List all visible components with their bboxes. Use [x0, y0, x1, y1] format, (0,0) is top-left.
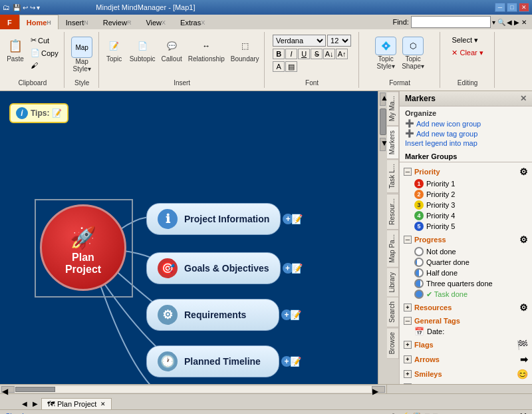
canvas[interactable]: ▲ ▼ i Tips: 📝 🚀 PlanProject [0, 91, 387, 384]
central-node-text: PlanProject [65, 252, 101, 276]
minimize-button[interactable]: ─ [495, 3, 505, 12]
central-node[interactable]: 🚀 PlanProject [40, 204, 126, 291]
arrows-group-header[interactable]: + Arrows ➡ [402, 353, 529, 366]
bold-button[interactable]: B [273, 49, 285, 59]
branch-requirements[interactable]: ⚙ Requirements + 📝 [146, 299, 279, 331]
tab-close-icon[interactable]: ✕ [100, 401, 106, 407]
flags-group-header[interactable]: + Flags 🏁 [402, 338, 529, 351]
callout-button[interactable]: 💬 Callout [160, 35, 184, 65]
side-tab-markers[interactable]: Markers [387, 126, 399, 159]
tab-review[interactable]: Review R [96, 15, 139, 29]
plan-project-tab[interactable]: 🗺 Plan Project ✕ [41, 398, 112, 409]
cut-button[interactable]: ✂ Cut [28, 35, 61, 46]
tab-next-button[interactable]: ▶ [31, 400, 40, 407]
half-done-item[interactable]: Half done [402, 268, 529, 278]
scroll-thumb-v[interactable] [380, 108, 386, 135]
resources-group-header[interactable]: + Resources ⚙ [402, 301, 529, 314]
select-button[interactable]: Select ▾ [449, 35, 485, 46]
find-input[interactable] [411, 16, 491, 28]
insert-legend-link[interactable]: Insert legend into map [405, 139, 527, 147]
topic-style-icon: 💠 [375, 37, 396, 55]
resources-group-name: Resources [414, 304, 452, 311]
horizontal-scrollbar[interactable]: ◀ ▶ [0, 385, 387, 393]
side-tab-search[interactable]: Search [387, 297, 399, 327]
markers-panel-title: Markers [405, 94, 436, 103]
priority-3-item[interactable]: 3 Priority 3 [402, 200, 529, 210]
boundary-label: Boundary [231, 55, 259, 63]
tab-view[interactable]: View X [138, 15, 173, 29]
font-family-select[interactable]: Verdana [273, 35, 326, 47]
tab-insert[interactable]: Insert N [59, 15, 96, 29]
topic-shape-button[interactable]: ⬡ TopicShape▾ [400, 35, 426, 72]
branch-timeline[interactable]: 🕐 Planned Timeline + 📝 [146, 345, 279, 377]
vertical-scrollbar[interactable]: ▲ ▼ [378, 91, 387, 384]
priority-group: ─ Priority ⚙ 1 Priority 1 2 Priority 2 3… [402, 165, 529, 232]
maximize-button[interactable]: □ [507, 3, 517, 12]
decrease-font-button[interactable]: A↓ [323, 49, 335, 59]
map-style-button[interactable]: Map MapStyle▾ [69, 35, 94, 75]
topic-button[interactable]: 📝 Topic [103, 35, 126, 65]
quarter-done-icon [414, 258, 424, 267]
italic-button[interactable]: I [285, 49, 297, 59]
branch-requirements-note[interactable]: 📝 [290, 310, 301, 320]
increase-font-button[interactable]: A↑ [336, 49, 348, 59]
side-tab-library[interactable]: Library [387, 268, 399, 298]
branch-goals-note[interactable]: 📝 [291, 263, 303, 274]
boundary-button[interactable]: ⬚ Boundary [229, 35, 261, 65]
progress-group-header[interactable]: ─ Progress ⚙ [402, 233, 529, 246]
task-done-item[interactable]: ✔ Task done [402, 289, 529, 300]
markers-panel-close[interactable]: ✕ [520, 94, 527, 103]
priority-2-item[interactable]: 2 Priority 2 [402, 189, 529, 200]
side-tab-resources[interactable]: Resour... [387, 194, 399, 230]
priority-4-item[interactable]: 4 Priority 4 [402, 210, 529, 221]
priority-group-header[interactable]: ─ Priority ⚙ [402, 165, 529, 178]
side-tab-tasks[interactable]: Task L... [387, 159, 399, 193]
close-button[interactable]: ✕ [519, 3, 529, 12]
clipboard-label: Clipboard [18, 79, 47, 87]
priority-1-item[interactable]: 1 Priority 1 [402, 178, 529, 189]
arrows-group-name: Arrows [414, 355, 440, 363]
font-content: Verdana 12 B I U S̶ A↓ A↑ [273, 33, 351, 72]
priority-5-item[interactable]: 5 Priority 5 [402, 221, 529, 232]
highlight-button[interactable]: ▤ [285, 61, 297, 72]
paste-button[interactable]: 📋 Paste [4, 35, 27, 65]
side-tab-mymap[interactable]: My Ma... [387, 91, 399, 126]
branch-goals[interactable]: 🎯 Goals & Objectives + 📝 [146, 252, 281, 284]
side-tab-mapparts[interactable]: Map Pa... [387, 230, 399, 268]
general-tags-group-header[interactable]: ─ General Tags [402, 315, 529, 326]
scroll-thumb-h[interactable] [15, 387, 55, 392]
date-item[interactable]: 📅 Date: [402, 326, 529, 337]
tab-prev-button[interactable]: ◀ [20, 400, 29, 407]
strikethrough-button[interactable]: S̶ [311, 49, 323, 59]
single-icons-group-header[interactable]: + Single Icons [402, 382, 529, 384]
map-style-label: MapStyle▾ [73, 58, 91, 73]
copy-button[interactable]: 📄 Copy [28, 47, 61, 59]
subtopic-button[interactable]: 📄 Subtopic [128, 35, 158, 65]
font-size-select[interactable]: 12 [327, 35, 351, 47]
relationship-button[interactable]: ↔ Relationship [186, 35, 227, 65]
tab-file[interactable]: F [0, 15, 19, 29]
not-done-item[interactable]: Not done [402, 246, 529, 257]
clear-button[interactable]: ✕ Clear ▾ [449, 47, 485, 59]
add-tag-group-link[interactable]: ➕ Add new tag group [405, 129, 527, 138]
smileys-group-header[interactable]: + Smileys 😊 [402, 367, 529, 381]
format-painter-button[interactable]: 🖌 [28, 60, 61, 71]
topic-style-button[interactable]: 💠 TopicStyle▾ [373, 35, 398, 72]
add-icon-group-link[interactable]: ➕ Add new icon group [405, 119, 527, 128]
branch-timeline-note[interactable]: 📝 [290, 356, 301, 367]
marker-groups-label: Marker Groups [400, 151, 532, 162]
scroll-down-arrow[interactable]: ▼ [380, 138, 386, 151]
quarter-done-item[interactable]: Quarter done [402, 257, 529, 268]
font-color-button[interactable]: A [273, 61, 285, 72]
three-quarters-done-item[interactable]: Three quarters done [402, 278, 529, 289]
branch-project-info-note[interactable]: 📝 [291, 214, 303, 224]
underline-button[interactable]: U [298, 49, 310, 59]
tab-extras[interactable]: Extras X [173, 15, 212, 29]
tab-home[interactable]: Home H [19, 15, 59, 29]
branch-project-info[interactable]: ℹ Project Information + 📝 [146, 203, 281, 235]
side-tab-browse[interactable]: Browse [387, 327, 399, 359]
scroll-right-arrow[interactable]: ▶ [372, 386, 385, 393]
title-bar: 🗂 💾 ↩ ↪ ▾ Mindjet MindManager - [Map1] ─… [0, 0, 532, 15]
scroll-up-arrow[interactable]: ▲ [380, 93, 386, 106]
scroll-left-arrow[interactable]: ◀ [1, 386, 15, 393]
